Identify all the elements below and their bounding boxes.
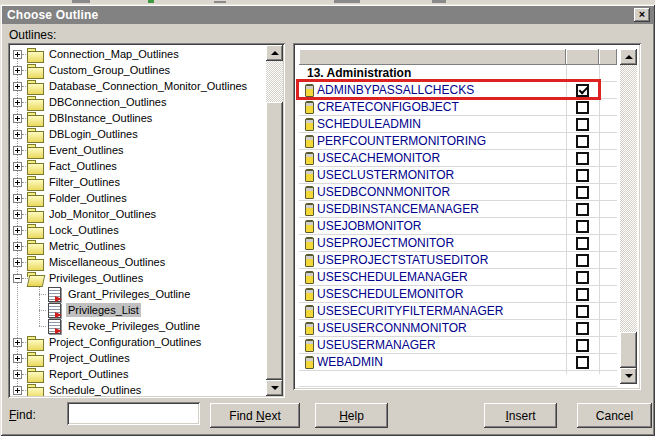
- privilege-checkbox[interactable]: [576, 203, 589, 216]
- privilege-checkbox[interactable]: [576, 220, 589, 233]
- tree-item-label: Folder_Outlines: [47, 191, 129, 205]
- privilege-checkbox[interactable]: [576, 271, 589, 284]
- scroll-down-icon[interactable]: [266, 380, 283, 396]
- expand-toggle-icon[interactable]: [13, 82, 22, 91]
- privilege-row[interactable]: CREATECONFIGOBJECT: [299, 99, 617, 116]
- tree-item[interactable]: Project_Configuration_Outlines: [10, 334, 266, 350]
- tree-item[interactable]: Project_Outlines: [10, 350, 266, 366]
- tree-scrollbar[interactable]: [266, 45, 283, 396]
- tree-item[interactable]: Privileges_List: [10, 302, 266, 318]
- expand-toggle-icon[interactable]: [13, 146, 22, 155]
- tree-item-label: Miscellaneous_Outlines: [47, 255, 167, 269]
- privilege-checkbox[interactable]: [576, 169, 589, 182]
- privilege-row[interactable]: PERFCOUNTERMONITORING: [299, 133, 617, 150]
- privilege-row[interactable]: USECACHEMONITOR: [299, 150, 617, 167]
- privilege-key-icon: [305, 152, 314, 165]
- expand-toggle-icon[interactable]: [13, 354, 22, 363]
- tree-scrollbar-thumb[interactable]: [266, 102, 283, 380]
- privilege-checkbox[interactable]: [576, 254, 589, 267]
- scroll-up-icon[interactable]: [620, 49, 637, 65]
- privilege-row[interactable]: USEUSERCONNMONITOR: [299, 320, 617, 337]
- expand-toggle-icon[interactable]: [13, 258, 22, 267]
- tree-item[interactable]: Miscellaneous_Outlines: [10, 254, 266, 270]
- privilege-row[interactable]: USEPROJECTMONITOR: [299, 235, 617, 252]
- expand-toggle-icon[interactable]: [13, 338, 22, 347]
- scroll-down-icon[interactable]: [620, 368, 637, 384]
- tree-item-icon: [27, 160, 43, 173]
- tree-item[interactable]: Connection_Map_Outlines: [10, 46, 266, 62]
- privilege-checkbox[interactable]: [576, 135, 589, 148]
- cancel-button[interactable]: Cancel: [577, 403, 652, 428]
- privilege-checkbox[interactable]: [576, 356, 589, 369]
- privilege-checkbox[interactable]: [576, 305, 589, 318]
- privilege-checkbox[interactable]: [576, 288, 589, 301]
- privilege-checkbox[interactable]: [576, 118, 589, 131]
- privilege-row[interactable]: USEUSERMANAGER: [299, 337, 617, 354]
- expand-toggle-icon[interactable]: [13, 50, 22, 59]
- privilege-checkbox[interactable]: [576, 152, 589, 165]
- expand-toggle-icon[interactable]: [13, 386, 22, 395]
- expand-toggle-icon[interactable]: [13, 98, 22, 107]
- tree-item[interactable]: Revoke_Privileges_Outline: [10, 318, 266, 334]
- tree-item[interactable]: Filter_Outlines: [10, 174, 266, 190]
- privilege-row[interactable]: USESCHEDULEMONITOR: [299, 286, 617, 303]
- privilege-row[interactable]: WEBADMIN: [299, 354, 617, 371]
- expand-toggle-icon[interactable]: [13, 370, 22, 379]
- tree-item[interactable]: Schedule_Outlines: [10, 382, 266, 396]
- tree-item[interactable]: Fact_Outlines: [10, 158, 266, 174]
- tree-item[interactable]: Folder_Outlines: [10, 190, 266, 206]
- tree-item[interactable]: Metric_Outlines: [10, 238, 266, 254]
- tree-item[interactable]: Event_Outlines: [10, 142, 266, 158]
- expand-toggle-icon[interactable]: [13, 210, 22, 219]
- find-input[interactable]: [67, 402, 200, 425]
- privilege-key-icon: [305, 237, 314, 250]
- expand-toggle-icon[interactable]: [13, 114, 22, 123]
- category-row: 13. Administration: [299, 65, 617, 82]
- tree-item[interactable]: Report_Outlines: [10, 366, 266, 382]
- privilege-row[interactable]: USEJOBMONITOR: [299, 218, 617, 235]
- privilege-row[interactable]: USESCHEDULEMANAGER: [299, 269, 617, 286]
- expand-toggle-icon[interactable]: [13, 226, 22, 235]
- tree-item[interactable]: Custom_Group_Outlines: [10, 62, 266, 78]
- plus-sign: [17, 180, 18, 185]
- privilege-checkbox[interactable]: [576, 101, 589, 114]
- privilege-checkbox[interactable]: [576, 186, 589, 199]
- grid-scrollbar-thumb[interactable]: [620, 332, 637, 368]
- tree-item-icon: [27, 368, 43, 381]
- privilege-checkbox-cell: [566, 186, 599, 199]
- tree-item-icon: [27, 240, 43, 253]
- tree-item[interactable]: DBLogin_Outlines: [10, 126, 266, 142]
- privilege-row[interactable]: USECLUSTERMONITOR: [299, 167, 617, 184]
- tree-item[interactable]: Database_Connection_Monitor_Outlines: [10, 78, 266, 94]
- expand-toggle-icon[interactable]: [13, 274, 22, 283]
- find-next-button[interactable]: Find Next: [210, 403, 300, 428]
- tree-item[interactable]: DBConnection_Outlines: [10, 94, 266, 110]
- privilege-checkbox[interactable]: [576, 339, 589, 352]
- tree-item-label: Revoke_Privileges_Outline: [66, 319, 202, 333]
- tree-item[interactable]: DBInstance_Outlines: [10, 110, 266, 126]
- privilege-row[interactable]: USEPROJECTSTATUSEDITOR: [299, 252, 617, 269]
- tree-item[interactable]: Lock_Outlines: [10, 222, 266, 238]
- help-button[interactable]: Help: [315, 403, 388, 428]
- privilege-row[interactable]: USESECURITYFILTERMANAGER: [299, 303, 617, 320]
- expand-toggle-icon[interactable]: [13, 178, 22, 187]
- close-icon[interactable]: ×: [634, 8, 650, 22]
- tree-item[interactable]: Grant_Privileges_Outline: [10, 286, 266, 302]
- privilege-checkbox[interactable]: [576, 237, 589, 250]
- scroll-up-icon[interactable]: [266, 45, 283, 61]
- tree-item[interactable]: Privileges_Outlines: [10, 270, 266, 286]
- privilege-row[interactable]: USEDBINSTANCEMANAGER: [299, 201, 617, 218]
- insert-button[interactable]: Insert: [484, 403, 557, 428]
- expand-toggle-icon[interactable]: [13, 242, 22, 251]
- privilege-row[interactable]: ADMINBYPASSALLCHECKS: [299, 82, 617, 99]
- expand-toggle-icon[interactable]: [13, 194, 22, 203]
- privilege-row[interactable]: SCHEDULEADMIN: [299, 116, 617, 133]
- privilege-checkbox[interactable]: [576, 322, 589, 335]
- expand-toggle-icon[interactable]: [13, 162, 22, 171]
- privilege-checkbox[interactable]: [576, 84, 589, 97]
- tree-item[interactable]: Job_Monitor_Outlines: [10, 206, 266, 222]
- expand-toggle-icon[interactable]: [13, 66, 22, 75]
- expand-toggle-icon[interactable]: [13, 130, 22, 139]
- grid-scrollbar[interactable]: [620, 49, 637, 384]
- privilege-row[interactable]: USEDBCONNMONITOR: [299, 184, 617, 201]
